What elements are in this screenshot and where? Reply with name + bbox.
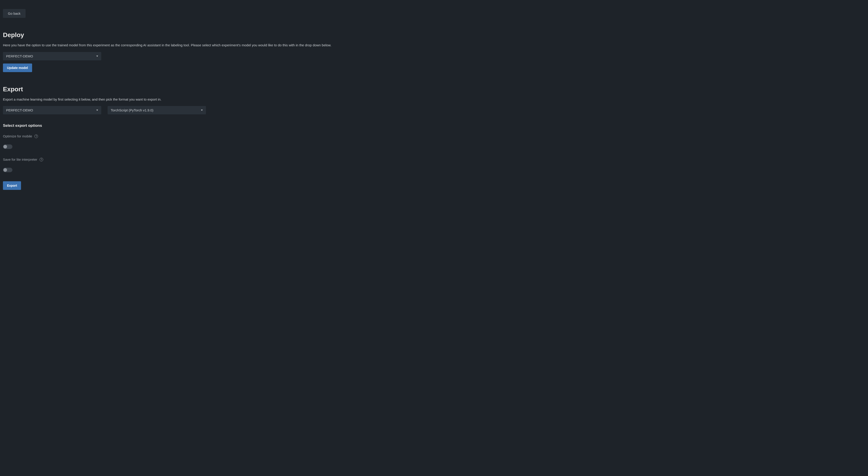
export-format-value: TorchScript (PyTorch v1.9.0): [111, 108, 153, 112]
lite-interpreter-toggle[interactable]: [3, 168, 12, 172]
lite-interpreter-label: Save for lite interpreter: [3, 158, 37, 161]
toggle-knob: [3, 145, 7, 149]
export-section: Export Export a machine learning model b…: [3, 86, 865, 190]
export-title: Export: [3, 86, 865, 93]
caret-down-icon: [201, 109, 203, 111]
export-format-dropdown[interactable]: TorchScript (PyTorch v1.9.0): [107, 106, 206, 114]
go-back-button[interactable]: Go back: [3, 9, 26, 18]
optimize-mobile-label-row: Optimize for mobile ?: [3, 134, 865, 138]
optimize-mobile-toggle[interactable]: [3, 145, 12, 149]
export-button[interactable]: Export: [3, 181, 21, 190]
help-icon[interactable]: ?: [39, 158, 43, 161]
export-button-wrapper: Export: [3, 181, 865, 190]
deploy-model-dropdown[interactable]: PERFECT-DEMO: [3, 52, 101, 60]
export-description: Export a machine learning model by first…: [3, 97, 865, 102]
export-dropdown-row: PERFECT-DEMO TorchScript (PyTorch v1.9.0…: [3, 106, 865, 114]
caret-down-icon: [96, 109, 98, 111]
deploy-dropdown-value: PERFECT-DEMO: [6, 54, 33, 58]
optimize-mobile-label: Optimize for mobile: [3, 134, 32, 138]
lite-interpreter-option: Save for lite interpreter ?: [3, 158, 865, 172]
update-model-button[interactable]: Update model: [3, 64, 32, 72]
deploy-section: Deploy Here you have the option to use t…: [3, 31, 865, 72]
optimize-mobile-option: Optimize for mobile ?: [3, 134, 865, 149]
toggle-knob: [3, 168, 7, 172]
export-model-dropdown[interactable]: PERFECT-DEMO: [3, 106, 101, 114]
export-options-title: Select export options: [3, 123, 865, 128]
caret-down-icon: [96, 56, 98, 57]
export-model-value: PERFECT-DEMO: [6, 108, 33, 112]
deploy-title: Deploy: [3, 31, 865, 39]
help-icon[interactable]: ?: [34, 134, 38, 138]
lite-interpreter-label-row: Save for lite interpreter ?: [3, 158, 865, 161]
deploy-description: Here you have the option to use the trai…: [3, 43, 865, 48]
